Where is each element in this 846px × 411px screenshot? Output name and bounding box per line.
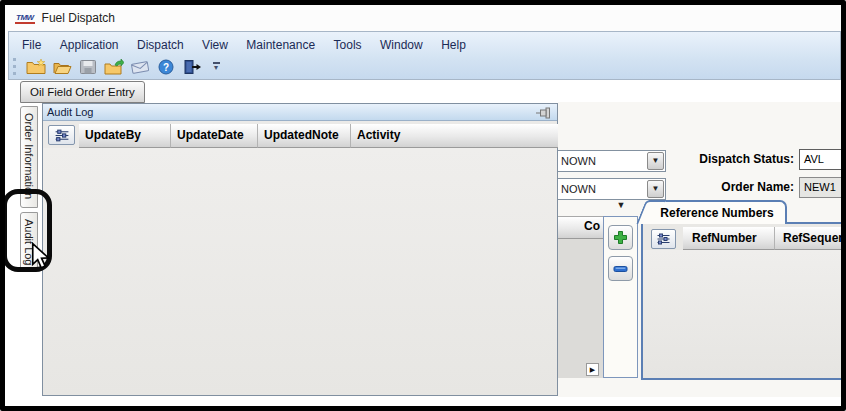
menu-item-tools[interactable]: Tools xyxy=(327,37,369,53)
column-filter-icon xyxy=(54,129,70,142)
audit-col-activity[interactable]: Activity xyxy=(351,124,558,148)
import-button[interactable] xyxy=(101,56,127,78)
audit-col-updateby[interactable]: UpdateBy xyxy=(79,124,171,148)
application-window: TMW Fuel Dispatch File Application Dispa… xyxy=(0,0,846,411)
new-folder-icon xyxy=(26,59,46,75)
toolbar-grip[interactable] xyxy=(13,58,17,75)
menu-item-maintenance[interactable]: Maintenance xyxy=(239,37,322,53)
minus-icon xyxy=(613,265,628,273)
exit-door-icon xyxy=(182,59,202,75)
add-row-button[interactable] xyxy=(608,225,633,250)
remove-row-button[interactable] xyxy=(608,256,633,281)
audit-grid-body xyxy=(43,148,557,395)
combo-field-2-value: NOWN xyxy=(561,183,596,195)
combo-field-1[interactable]: NOWN ▼ xyxy=(558,150,666,172)
dispatch-status-label: Dispatch Status: xyxy=(668,152,794,166)
mail-button[interactable] xyxy=(127,56,153,78)
audit-col-updatednote[interactable]: UpdatedNote xyxy=(258,124,351,148)
audit-panel-titlebar: Audit Log xyxy=(43,104,557,121)
dropdown-arrow-icon[interactable]: ▼ xyxy=(612,200,630,214)
pin-button[interactable] xyxy=(536,107,552,123)
tab-reference-numbers[interactable]: Reference Numbers xyxy=(649,200,787,224)
reference-grid-body xyxy=(643,250,842,378)
menu-item-dispatch[interactable]: Dispatch xyxy=(130,37,191,53)
toolbar-overflow-button[interactable]: ▾ xyxy=(209,57,223,77)
help-button[interactable]: ? xyxy=(153,56,179,78)
help-icon: ? xyxy=(157,59,175,75)
exit-button[interactable] xyxy=(179,56,205,78)
column-filter-icon xyxy=(656,233,671,245)
toolbar: ? ▾ xyxy=(9,54,840,79)
svg-text:?: ? xyxy=(163,61,169,72)
combo-field-2[interactable]: NOWN ▼ xyxy=(558,178,666,200)
menu-item-application[interactable]: Application xyxy=(53,37,126,53)
open-button[interactable] xyxy=(49,56,75,78)
ref-col-refsequence[interactable]: RefSequence xyxy=(775,227,842,250)
clipped-grid-fragment: Co ▶ xyxy=(558,216,603,378)
app-logo-icon: TMW xyxy=(15,13,35,24)
envelope-icon xyxy=(130,59,150,75)
menu-item-view[interactable]: View xyxy=(195,37,235,53)
tab-oil-field-order-entry[interactable]: Oil Field Order Entry xyxy=(20,81,145,103)
chevron-down-icon[interactable]: ▼ xyxy=(647,152,664,170)
chevron-down-icon[interactable]: ▼ xyxy=(647,180,664,198)
add-remove-button-column xyxy=(603,216,638,378)
ref-col-refnumber[interactable]: RefNumber xyxy=(683,227,775,250)
audit-panel-title: Audit Log xyxy=(47,106,93,118)
menu-bar: File Application Dispatch View Maintenan… xyxy=(9,32,840,54)
menu-item-file[interactable]: File xyxy=(15,37,48,53)
order-name-label: Order Name: xyxy=(668,180,794,194)
mouse-cursor-icon xyxy=(30,242,52,270)
clipped-column-header[interactable]: Co xyxy=(558,217,603,239)
audit-column-chooser-button[interactable] xyxy=(48,125,75,145)
window-title: Fuel Dispatch xyxy=(42,11,115,25)
menu-item-window[interactable]: Window xyxy=(373,37,430,53)
new-button[interactable] xyxy=(23,56,49,78)
audit-log-panel: Audit Log UpdateBy UpdateDate UpdatedNot… xyxy=(42,103,558,396)
folder-import-icon xyxy=(104,59,124,75)
open-folder-icon xyxy=(52,59,72,75)
pin-icon xyxy=(536,107,552,119)
title-bar: TMW Fuel Dispatch xyxy=(5,5,841,31)
combo-field-1-value: NOWN xyxy=(561,155,596,167)
dispatch-status-field[interactable]: AVL xyxy=(799,149,842,170)
audit-col-updatedate[interactable]: UpdateDate xyxy=(171,124,258,148)
menu-item-help[interactable]: Help xyxy=(434,37,473,53)
plus-icon xyxy=(613,230,628,245)
save-disk-icon xyxy=(79,59,97,75)
menu-toolbar-block: File Application Dispatch View Maintenan… xyxy=(8,31,841,80)
order-name-field[interactable]: NEW1 xyxy=(799,177,842,198)
ref-column-chooser-button[interactable] xyxy=(651,229,676,249)
reference-numbers-panel: RefNumber RefSequence xyxy=(641,222,842,380)
scroll-right-arrow[interactable]: ▶ xyxy=(586,363,599,376)
save-button[interactable] xyxy=(75,56,101,78)
